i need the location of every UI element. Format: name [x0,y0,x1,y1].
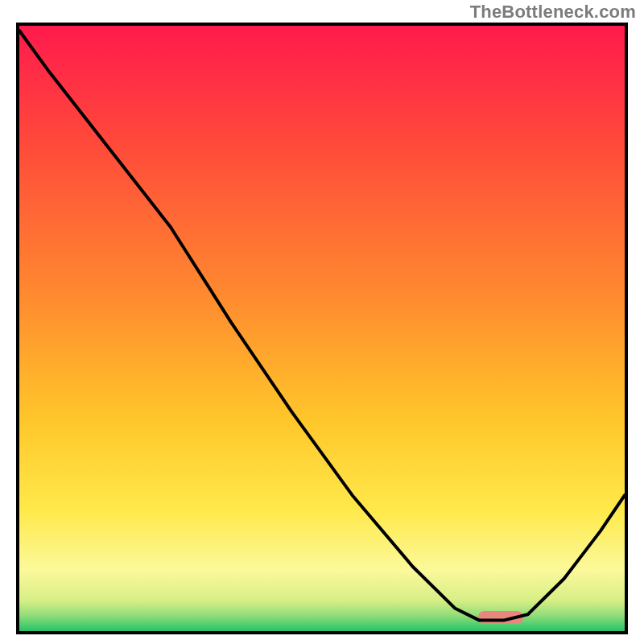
watermark-label: TheBottleneck.com [470,2,636,23]
chart-inner [19,26,625,631]
chart-panel [16,23,628,634]
bottleneck-curve [19,26,625,631]
